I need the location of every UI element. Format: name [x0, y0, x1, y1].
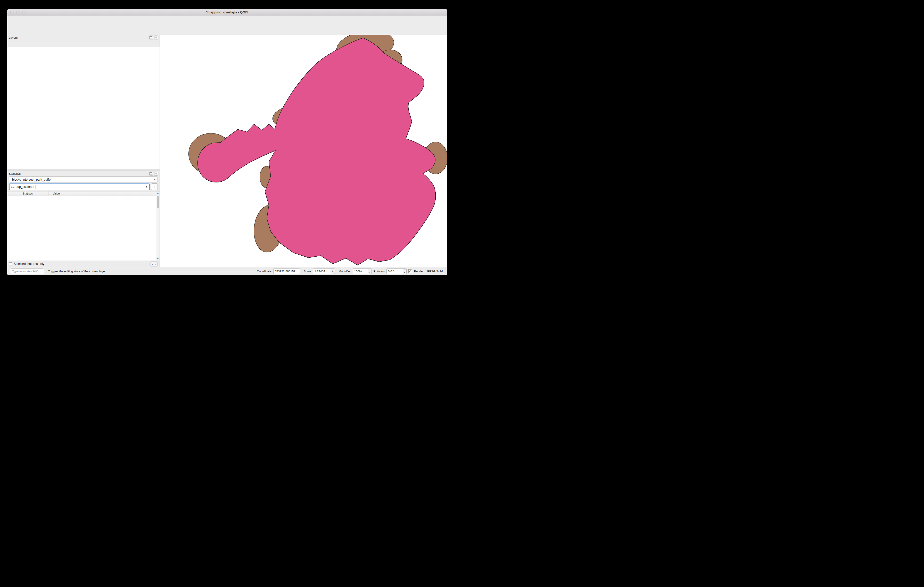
rotation-input[interactable]: 0.0 ° — [386, 268, 403, 274]
magnifier-input[interactable]: 100% — [353, 268, 368, 274]
close-panel-icon[interactable]: × — [154, 36, 158, 39]
undock-panel-icon[interactable] — [149, 36, 153, 39]
statistics-table-header[interactable]: Statistic Value — [7, 191, 156, 196]
titlebar[interactable]: *mapping_overlaps - QGIS — [7, 9, 447, 16]
statistics-panel-footer: Selected features only …▼ — [7, 260, 160, 267]
panel-splitter[interactable] — [7, 169, 160, 171]
statistics-field-row: 1.2 pop_estimate ▼ ε — [9, 184, 158, 190]
scrollbar-thumb[interactable] — [157, 196, 159, 208]
scale-input[interactable]: 1:74434 — [313, 268, 330, 274]
copy-statistics-icon[interactable] — [137, 261, 142, 266]
selected-features-label: Selected features only — [14, 262, 135, 266]
zoom-window-button[interactable] — [22, 11, 26, 15]
col-statistic: Statistic — [7, 191, 48, 196]
statusbar: Type to locate (⌘K) Toggles the editing … — [7, 267, 447, 275]
render-label: Render — [414, 270, 424, 273]
locate-search-input[interactable]: Type to locate (⌘K) — [10, 268, 45, 274]
statistics-options-button[interactable]: …▼ — [150, 261, 158, 266]
table-scrollbar[interactable]: ▲ ▼ — [156, 191, 160, 260]
locate-placeholder: Type to locate (⌘K) — [12, 270, 38, 273]
status-message: Toggles the editing state of the current… — [48, 270, 255, 273]
left-panels: Layers × Statistics × blocks_intersect_p… — [7, 35, 160, 267]
scale-label: Scale — [304, 270, 311, 273]
magnifier-label: Magnifier — [338, 270, 351, 273]
expression-button[interactable]: ε — [151, 184, 158, 190]
scroll-down-icon[interactable]: ▼ — [156, 257, 160, 260]
statistics-panel-title: Statistics — [9, 172, 148, 175]
col-value: Value — [48, 191, 64, 196]
minimize-window-button[interactable] — [16, 11, 20, 15]
render-checkbox[interactable]: ✓ — [408, 269, 412, 273]
close-panel-icon[interactable]: × — [154, 172, 158, 176]
map-canvas[interactable] — [160, 35, 447, 267]
statistics-layer-value: blocks_intersect_park_buffer — [12, 178, 152, 181]
toolbar-main — [7, 16, 447, 26]
qgis-window: *mapping_overlaps - QGIS Layers × Statis… — [7, 9, 447, 275]
window-title: *mapping_overlaps - QGIS — [7, 9, 447, 16]
statistics-field-input[interactable]: 1.2 pop_estimate ▼ — [9, 184, 150, 190]
chevron-down-icon: ▼ — [145, 186, 148, 188]
layers-panel-header: Layers × — [7, 35, 160, 40]
layers-panel: Layers × — [7, 35, 160, 169]
coordinate-input[interactable]: 553922,688157 — [273, 268, 300, 274]
statistics-field-value: pop_estimate — [16, 185, 34, 189]
layers-panel-toolbar — [7, 40, 160, 47]
close-window-button[interactable] — [10, 11, 14, 15]
main-content: Layers × Statistics × blocks_intersect_p… — [7, 35, 447, 267]
layers-panel-title: Layers — [9, 36, 148, 39]
scale-dropdown-icon[interactable]: ▼ — [330, 268, 335, 274]
coordinate-label: Coordinate — [257, 270, 271, 273]
field-type-badge: 1.2 — [11, 186, 15, 188]
layers-list — [7, 47, 160, 169]
selected-features-checkbox[interactable] — [9, 262, 12, 265]
scroll-up-icon[interactable]: ▲ — [156, 191, 160, 195]
crs-value[interactable]: EPSG:3424 — [427, 270, 443, 273]
statistics-panel-header: Statistics × — [7, 171, 160, 176]
statistics-table: Statistic Value ▲ ▼ — [7, 191, 160, 260]
magnifier-stepper[interactable]: ▲▼ — [368, 268, 372, 274]
refresh-statistics-icon[interactable] — [144, 261, 149, 266]
statistics-layer-select[interactable]: blocks_intersect_park_buffer ▼ — [9, 176, 158, 183]
traffic-lights — [10, 11, 26, 15]
rotation-label: Rotation — [374, 270, 384, 273]
chevron-down-icon: ▼ — [153, 178, 156, 181]
statistics-panel: Statistics × blocks_intersect_park_buffe… — [7, 171, 160, 267]
undock-panel-icon[interactable] — [149, 172, 153, 176]
rotation-stepper[interactable]: ▲▼ — [403, 268, 407, 274]
